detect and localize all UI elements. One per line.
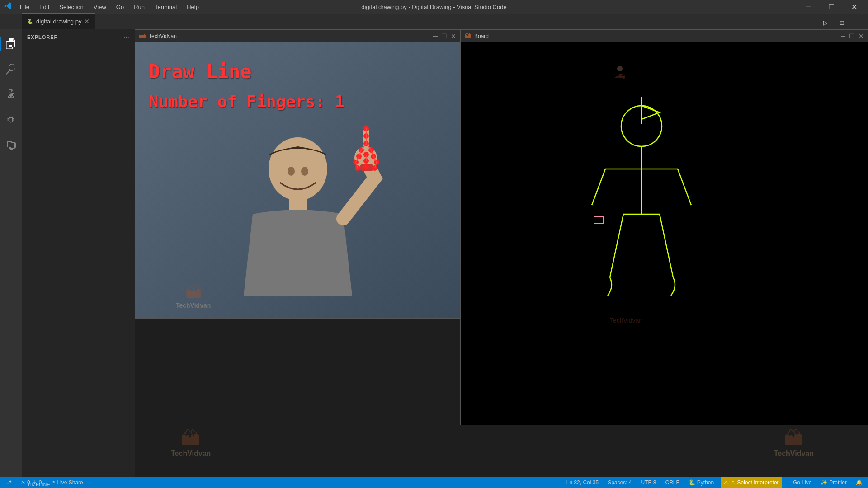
techvidvan-title-left: 🏔 TechVidvan — [139, 32, 177, 40]
warning-triangle-icon: ⚠ — [724, 479, 729, 486]
prettier-icon: ✨ — [821, 479, 827, 486]
vscode-logo — [4, 2, 12, 12]
menu-file[interactable]: File — [15, 2, 34, 12]
status-line-col[interactable]: Ln 82, Col 35 — [565, 477, 600, 488]
status-line-ending[interactable]: CRLF — [664, 477, 681, 488]
svg-text:TechVidvan: TechVidvan — [610, 317, 642, 324]
status-source-control[interactable]: ⎇ — [4, 477, 14, 488]
activity-bar — [0, 29, 22, 477]
status-bar: ⎇ ✕ 0 ⚠ 0 ↗ Live Share TIMELINE Ln 82, C… — [0, 477, 868, 488]
bell-icon: 🔔 — [856, 479, 863, 486]
techvidvan-close-btn[interactable]: ✕ — [451, 33, 456, 40]
activity-debug[interactable] — [0, 109, 22, 131]
title-bar: File Edit Selection View Go Run Terminal… — [0, 0, 868, 14]
main-layout: EXPLORER ··· ▶ OUTLINE ▶ TIMELINE 🏔 Te — [0, 29, 868, 477]
tab-close-button[interactable]: ✕ — [84, 18, 90, 25]
maximize-button[interactable]: ☐ — [821, 0, 842, 14]
board-titlebar: 🏔 Board ─ ☐ ✕ — [461, 30, 868, 42]
status-notifications[interactable]: 🔔 — [854, 477, 864, 488]
title-bar-left: File Edit Selection View Go Run Terminal… — [4, 2, 203, 12]
status-go-live[interactable]: ↑ Go Live — [787, 477, 814, 488]
techvidvan-window-controls: ─ ☐ ✕ — [433, 33, 456, 40]
editor-area: 🏔 TechVidvan ─ ☐ ✕ — [135, 29, 868, 477]
techvidvan-window: 🏔 TechVidvan ─ ☐ ✕ — [135, 29, 460, 319]
svg-point-4 — [301, 167, 308, 176]
branch-icon: ⎇ — [5, 479, 12, 486]
activity-source-control[interactable] — [0, 84, 22, 105]
status-bar-right: Ln 82, Col 35 Spaces: 4 UTF-8 CRLF 🐍 Pyt… — [565, 477, 864, 488]
python-file-icon: 🐍 — [27, 19, 33, 24]
window-title: digital drawing.py - Digital Drawing - V… — [361, 4, 506, 10]
board-canvas: Te TechVidvan — [461, 42, 868, 476]
board-window: 🏔 Board ─ ☐ ✕ — [460, 29, 868, 477]
techvidvan-maximize-btn[interactable]: ☐ — [441, 33, 447, 40]
board-close-btn[interactable]: ✕ — [859, 33, 864, 40]
board-maximize-btn[interactable]: ☐ — [849, 33, 855, 40]
techvidvan-window-title: TechVidvan — [149, 33, 177, 39]
menu-terminal[interactable]: Terminal — [150, 2, 181, 12]
status-python[interactable]: 🐍 Python — [687, 477, 716, 488]
status-bar-left: ⎇ ✕ 0 ⚠ 0 ↗ Live Share TIMELINE — [4, 477, 85, 488]
run-button[interactable]: ▷ — [819, 16, 832, 29]
techvidvan-content: Draw Line Number of Fingers: 1 🏔 TechVid… — [135, 42, 460, 318]
bottom-watermark-right: 🏔 TechVidvan — [774, 427, 814, 458]
menu-view[interactable]: View — [89, 2, 111, 12]
python-label: Python — [697, 479, 714, 486]
go-live-label: ↑ Go Live — [789, 479, 812, 486]
line-col-text: Ln 82, Col 35 — [566, 479, 599, 486]
split-editor-button[interactable]: ⊞ — [835, 16, 848, 29]
menu-selection[interactable]: Selection — [55, 2, 88, 12]
menu-run[interactable]: Run — [129, 2, 149, 12]
encoding-text: UTF-8 — [641, 479, 656, 486]
board-window-title: Board — [474, 33, 489, 39]
error-icon: ✕ — [21, 479, 25, 486]
board-drawing-svg: Te TechVidvan — [461, 42, 868, 476]
techvidvan-minimize-btn[interactable]: ─ — [433, 33, 438, 40]
sidebar: EXPLORER ··· ▶ OUTLINE ▶ TIMELINE — [22, 29, 135, 477]
select-interpreter-label: ⚠ Select Interpreter — [731, 479, 778, 486]
status-spaces[interactable]: Spaces: 4 — [606, 477, 633, 488]
svg-point-3 — [288, 167, 295, 176]
person-view: Draw Line Number of Fingers: 1 🏔 TechVid… — [135, 42, 460, 318]
close-button[interactable]: ✕ — [844, 0, 864, 14]
python-icon: 🐍 — [689, 479, 695, 486]
techvidvan-app-icon: 🏔 — [139, 32, 146, 40]
techvidvan-titlebar: 🏔 TechVidvan ─ ☐ ✕ — [135, 30, 460, 42]
board-title-left: 🏔 Board — [464, 32, 489, 40]
status-liveshare[interactable]: ↗ Live Share — [49, 477, 85, 488]
explorer-header: EXPLORER — [27, 34, 58, 40]
bottom-panel: 🏔 TechVidvan 🏔 TechVidvan — [0, 425, 868, 477]
svg-rect-33 — [461, 42, 868, 476]
menu-help[interactable]: Help — [182, 2, 203, 12]
bottom-watermark-left: 🏔 TechVidvan — [171, 427, 211, 458]
video-watermark: 🏔 TechVidvan — [176, 283, 211, 309]
svg-point-46 — [617, 66, 623, 71]
more-actions-button[interactable]: ⋯ — [852, 16, 864, 29]
board-minimize-btn[interactable]: ─ — [841, 33, 845, 40]
tab-bar-actions: ▷ ⊞ ⋯ — [819, 16, 868, 29]
explorer-more-button[interactable]: ··· — [123, 33, 129, 41]
status-encoding[interactable]: UTF-8 — [639, 477, 658, 488]
tab-digital-drawing[interactable]: 🐍 digital drawing.py ✕ — [22, 13, 95, 29]
minimize-button[interactable]: ─ — [798, 0, 819, 14]
bottom-main: 🏔 TechVidvan 🏔 TechVidvan — [135, 425, 868, 477]
status-prettier[interactable]: ✨ Prettier — [819, 477, 849, 488]
board-window-controls: ─ ☐ ✕ — [841, 33, 864, 40]
board-app-icon: 🏔 — [464, 32, 472, 40]
svg-point-20 — [363, 164, 369, 170]
status-select-interpreter[interactable]: ⚠ ⚠ Select Interpreter — [721, 477, 781, 488]
camera-feed: Draw Line Number of Fingers: 1 🏔 TechVid… — [135, 42, 460, 318]
menu-go[interactable]: Go — [112, 2, 128, 12]
bottom-sidebar — [22, 425, 135, 477]
menu-bar: File Edit Selection View Go Run Terminal… — [15, 2, 203, 12]
video-container: 🏔 TechVidvan ─ ☐ ✕ — [135, 29, 868, 477]
activity-search[interactable] — [0, 58, 22, 80]
activity-extensions[interactable] — [0, 134, 22, 156]
tab-label: digital drawing.py — [36, 18, 81, 25]
menu-edit[interactable]: Edit — [35, 2, 54, 12]
bottom-activity — [0, 425, 22, 477]
prettier-label: Prettier — [829, 479, 847, 486]
activity-explorer[interactable] — [0, 33, 22, 55]
liveshare-label: Live Share — [57, 479, 83, 486]
liveshare-icon: ↗ — [51, 479, 55, 486]
